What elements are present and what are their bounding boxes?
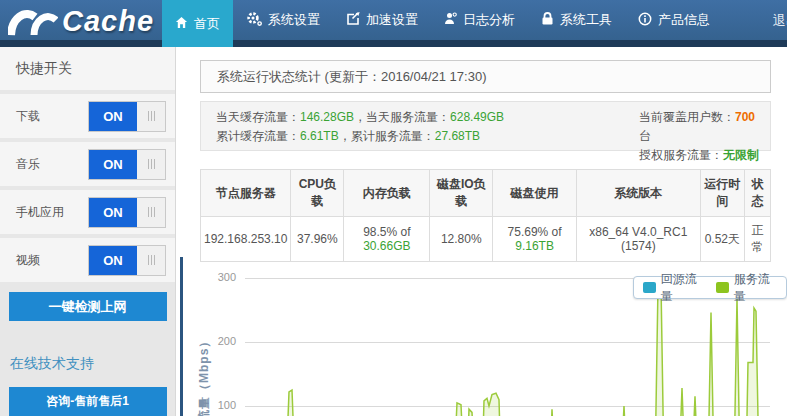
nav-item-system-settings[interactable]: 系统设置 <box>233 0 333 40</box>
cell-memory: 98.5% of 30.66GB <box>344 217 430 262</box>
toggle-on-state: ON <box>89 246 137 275</box>
cell-uptime: 0.52天 <box>700 217 745 262</box>
node-server-table: 节点服务器 CPU负载 内存负载 磁盘IO负载 磁盘使用 系统版本 运行时间 状… <box>200 169 771 262</box>
edit-icon <box>346 12 360 28</box>
home-icon <box>175 16 188 32</box>
cell-disk-io: 12.80% <box>430 217 493 262</box>
switch-row-music: 音乐 ON <box>0 142 175 186</box>
consult-presales-button[interactable]: 咨询-售前售后1 <box>9 387 167 416</box>
today-cache-value: 146.28GB <box>300 110 354 124</box>
lock-icon <box>541 12 554 28</box>
nav-item-acceleration-settings[interactable]: 加速设置 <box>333 0 431 40</box>
col-disk-use: 磁盘使用 <box>493 170 577 217</box>
toggle-grip <box>137 150 165 179</box>
nav-item-log-analysis[interactable]: 日志分析 <box>431 0 528 40</box>
switch-row-video: 视频 ON <box>0 238 175 282</box>
main-navigation: 首页 系统设置 加速设置 日志分析 <box>162 0 723 47</box>
app-logo[interactable]: Cache <box>8 3 154 40</box>
mobile-apps-toggle[interactable]: ON <box>88 197 166 228</box>
music-toggle[interactable]: ON <box>88 149 166 180</box>
cell-status: 正常 <box>745 217 771 262</box>
user-icon <box>444 12 457 28</box>
sidebar: 快捷开关 下载 ON 音乐 ON 手机应用 ON 视频 ON 一键检测上网 在线… <box>0 47 176 416</box>
col-disk-io: 磁盘IO负载 <box>430 170 493 217</box>
logo-arch-icon <box>8 4 58 40</box>
legend-swatch <box>716 282 729 293</box>
today-traffic-line: 当天缓存流量：146.28GB，当天服务流量：628.49GB <box>216 108 504 127</box>
detect-network-button[interactable]: 一键检测上网 <box>9 292 167 321</box>
switch-label: 下载 <box>16 108 40 125</box>
toggle-on-state: ON <box>89 150 137 179</box>
licensed-traffic-value: 无限制 <box>723 148 759 162</box>
cell-disk-use: 75.69% of 9.16TB <box>493 217 577 262</box>
nav-label: 加速设置 <box>366 11 418 29</box>
switch-label: 手机应用 <box>16 204 64 221</box>
ytick-300: 300 <box>200 271 236 283</box>
ytick-100: 100 <box>200 399 236 411</box>
switch-row-mobile-apps: 手机应用 ON <box>0 190 175 234</box>
col-version: 系统版本 <box>577 170 700 217</box>
chart-legend: 回源流量 服务流量 <box>633 276 787 299</box>
toggle-grip <box>137 246 165 275</box>
switch-row-download: 下载 ON <box>0 94 175 138</box>
table-header-row: 节点服务器 CPU负载 内存负载 磁盘IO负载 磁盘使用 系统版本 运行时间 状… <box>201 170 771 217</box>
traffic-stats-box: 当天缓存流量：146.28GB，当天服务流量：628.49GB 累计缓存流量：6… <box>200 101 771 151</box>
toggle-on-state: ON <box>89 198 137 227</box>
nav-item-home[interactable]: 首页 <box>162 0 233 47</box>
covered-users-value: 700 <box>735 110 755 124</box>
nav-label: 系统工具 <box>560 11 612 29</box>
legend-item-origin-traffic[interactable]: 回源流量 <box>643 271 704 305</box>
info-icon <box>638 12 652 29</box>
toggle-grip <box>137 102 165 131</box>
total-traffic-line: 累计缓存流量：6.61TB，累计服务流量：27.68TB <box>216 127 504 146</box>
nav-item-system-tools[interactable]: 系统工具 <box>528 0 625 40</box>
toggle-on-state: ON <box>89 102 137 131</box>
total-cache-value: 6.61TB <box>300 129 339 143</box>
nav-label: 日志分析 <box>463 11 515 29</box>
logout-link[interactable]: 退出 <box>773 12 787 30</box>
download-toggle[interactable]: ON <box>88 101 166 132</box>
toggle-grip <box>137 198 165 227</box>
video-toggle[interactable]: ON <box>88 245 166 276</box>
today-serve-value: 628.49GB <box>450 110 504 124</box>
nav-label: 首页 <box>194 15 220 33</box>
logo-text: Cache <box>62 5 154 38</box>
licensed-traffic-line: 授权服务流量：无限制 <box>639 146 770 165</box>
chart-left-border <box>180 257 183 416</box>
online-support-title: 在线技术支持 <box>0 355 175 373</box>
switch-label: 视频 <box>16 252 40 269</box>
cell-version: x86_64 V4.0_RC1 (1574) <box>577 217 700 262</box>
ytick-200: 200 <box>200 335 236 347</box>
nav-item-product-info[interactable]: 产品信息 <box>625 0 723 40</box>
switch-label: 音乐 <box>16 156 40 173</box>
gear-icon <box>246 11 262 29</box>
nav-label: 系统设置 <box>268 11 320 29</box>
legend-swatch <box>643 282 656 293</box>
col-mem-load: 内存负载 <box>344 170 430 217</box>
total-serve-value: 27.68TB <box>435 129 480 143</box>
traffic-stats-right: 当前覆盖用户数：700 台 授权服务流量：无限制 <box>639 108 770 165</box>
table-row: 192.168.253.10 37.96% 98.5% of 30.66GB 1… <box>201 217 771 262</box>
legend-item-service-traffic[interactable]: 服务流量 <box>716 271 777 305</box>
cell-server-ip: 192.168.253.10 <box>201 217 291 262</box>
traffic-stats-left: 当天缓存流量：146.28GB，当天服务流量：628.49GB 累计缓存流量：6… <box>216 108 504 146</box>
cell-cpu: 37.96% <box>291 217 344 262</box>
nav-label: 产品信息 <box>658 11 710 29</box>
col-node-server: 节点服务器 <box>201 170 291 217</box>
covered-users-line: 当前覆盖用户数：700 台 <box>639 108 770 146</box>
legend-label: 服务流量 <box>734 271 777 305</box>
status-panel-title: 系统运行状态统计 (更新于：2016/04/21 17:30) <box>200 60 771 93</box>
legend-label: 回源流量 <box>661 271 704 305</box>
col-cpu-load: CPU负载 <box>291 170 344 217</box>
col-status: 状态 <box>745 170 771 217</box>
quick-switch-title: 快捷开关 <box>0 47 175 90</box>
col-uptime: 运行时间 <box>700 170 745 217</box>
